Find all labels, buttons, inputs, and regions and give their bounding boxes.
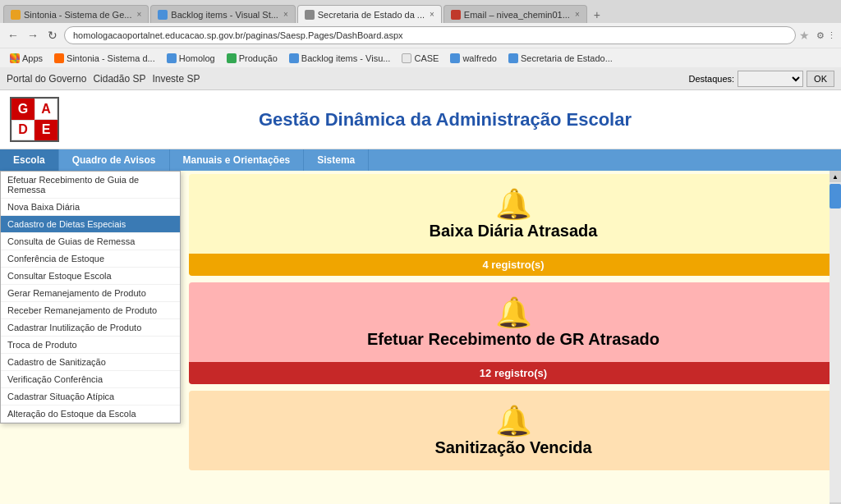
bookmark-homolog-label: Homolog: [179, 53, 215, 63]
tab-3-favicon: [305, 10, 315, 20]
scroll-area: [830, 182, 841, 502]
alert-recebimento-footer: 12 registro(s): [189, 362, 838, 384]
bookmark-backlog[interactable]: Backlog items - Visu...: [284, 52, 396, 65]
dropdown-dietas[interactable]: Cadastro de Dietas Especiais: [1, 216, 180, 233]
alert-baixa-title: Baixa Diária Atrasada: [430, 222, 598, 240]
alert-baixa-diaria[interactable]: 🔔 Baixa Diária Atrasada 4 registro(s): [189, 174, 838, 276]
sintonia-icon: [54, 53, 64, 63]
new-tab-button[interactable]: +: [589, 7, 605, 23]
scroll-up-button[interactable]: ▲: [830, 171, 841, 182]
dropdown-situacao[interactable]: Cadastrar Situação Atípica: [1, 388, 180, 405]
address-input[interactable]: [64, 26, 796, 44]
tab-1-favicon: [11, 10, 21, 20]
bookmark-secretaria-label: Secretaria de Estado...: [521, 53, 613, 63]
alert-sanitizacao-title: Sanitização Vencida: [434, 438, 591, 456]
apps-icon: [10, 53, 20, 63]
bookmark-walfredo[interactable]: walfredo: [445, 52, 502, 65]
app-title: Gestão Dinâmica da Administração Escolar: [59, 109, 831, 131]
highlights-label: Destaques:: [688, 74, 734, 84]
bookmark-homolog[interactable]: Homolog: [162, 52, 220, 65]
dropdown-gerar-remanejamento[interactable]: Gerar Remanejamento de Produto: [1, 285, 180, 302]
nav-portal[interactable]: Portal do Governo: [7, 73, 86, 85]
alert-baixa-footer: 4 registro(s): [189, 254, 838, 276]
app-logo: G A D E: [10, 97, 59, 142]
main-content: G A D E Gestão Dinâmica da Administração…: [0, 90, 841, 504]
dropdown-conferencia[interactable]: Conferência de Estoque: [1, 250, 180, 268]
scroll-thumb[interactable]: [830, 184, 841, 208]
dropdown-troca[interactable]: Troca de Produto: [1, 337, 180, 354]
alert-recebimento-bell-icon: 🔔: [202, 296, 825, 330]
tab-4-label: Email – nivea_chemin01...: [464, 10, 570, 20]
backlog-icon: [289, 53, 299, 63]
tab-3[interactable]: Secretaria de Estado da ... ×: [297, 5, 442, 23]
escola-dropdown: Efetuar Recebimento de Guia de Remessa N…: [0, 171, 181, 424]
nav-cidadao[interactable]: Cidadão SP: [93, 73, 145, 85]
alert-recebimento-title: Efetuar Recebimento de GR Atrasado: [367, 330, 659, 348]
bookmark-star-button[interactable]: ★: [799, 29, 810, 42]
bookmark-apps-label: Apps: [22, 53, 43, 63]
alert-recebimento-gr[interactable]: 🔔 Efetuar Recebimento de GR Atrasado 12 …: [189, 282, 838, 384]
bookmark-walfredo-label: walfredo: [462, 53, 497, 63]
tab-4-close[interactable]: ×: [575, 10, 580, 19]
menu-quadro[interactable]: Quadro de Avisos: [59, 149, 170, 171]
highlights-area: Destaques: OK: [688, 71, 834, 87]
tab-2-favicon: [158, 10, 168, 20]
tab-4[interactable]: Email – nivea_chemin01... ×: [443, 5, 587, 23]
logo-d: D: [11, 120, 34, 141]
bookmark-case-label: CASE: [414, 53, 439, 63]
alert-sanitizacao[interactable]: 🔔 Sanitização Vencida: [189, 391, 838, 470]
tab-2-close[interactable]: ×: [283, 10, 288, 19]
highlights-select[interactable]: [738, 71, 803, 87]
tab-1-close[interactable]: ×: [136, 10, 141, 19]
extensions-area: ⚙ ⋮: [816, 30, 836, 41]
highlights-ok-button[interactable]: OK: [807, 71, 834, 87]
reload-button[interactable]: ↻: [44, 27, 61, 44]
bookmark-sintonia[interactable]: Sintonia - Sistema d...: [49, 52, 160, 65]
menu-manuais[interactable]: Manuais e Orientações: [170, 149, 305, 171]
dropdown-sanitizacao[interactable]: Cadastro de Sanitização: [1, 354, 180, 371]
address-bar-row: ← → ↻ ★ ⚙ ⋮: [0, 23, 841, 48]
bookmarks-bar: Apps Sintonia - Sistema d... Homolog Pro…: [0, 48, 841, 67]
bookmark-producao-label: Produção: [239, 53, 278, 63]
app-header: G A D E Gestão Dinâmica da Administração…: [0, 90, 841, 149]
dropdown-baixa[interactable]: Nova Baixa Diária: [1, 199, 180, 216]
dropdown-consulta-guias[interactable]: Consulta de Guias de Remessa: [1, 233, 180, 250]
bookmark-sintonia-label: Sintonia - Sistema d...: [67, 53, 155, 63]
forward-button[interactable]: →: [25, 27, 41, 44]
menu-escola[interactable]: Escola: [0, 149, 59, 171]
dropdown-recebimento[interactable]: Efetuar Recebimento de Guia de Remessa: [1, 172, 180, 199]
tab-2[interactable]: Backlog items - Visual St... ×: [150, 5, 295, 23]
alerts-container: 🔔 Baixa Diária Atrasada 4 registro(s) 🔔 …: [189, 171, 841, 504]
bookmark-secretaria[interactable]: Secretaria de Estado...: [503, 52, 618, 65]
alert-baixa-bell-icon: 🔔: [202, 187, 825, 222]
scrollbar-track: ▲ ▼: [830, 171, 841, 504]
alert-sanitizacao-body: 🔔 Sanitização Vencida: [189, 391, 838, 470]
bookmark-producao[interactable]: Produção: [222, 52, 283, 65]
nav-links-bar: Portal do Governo Cidadão SP Investe SP …: [0, 67, 841, 90]
tab-bar: Sintonia - Sistema de Ge... × Backlog it…: [0, 0, 841, 23]
tab-4-favicon: [451, 10, 461, 20]
logo-g: G: [11, 99, 34, 120]
back-button[interactable]: ←: [5, 27, 21, 44]
alert-sanitizacao-bell-icon: 🔔: [202, 404, 825, 438]
dropdown-consultar-estoque[interactable]: Consultar Estoque Escola: [1, 268, 180, 285]
dropdown-inutilizacao[interactable]: Cadastrar Inutilização de Produto: [1, 319, 180, 337]
content-area: Efetuar Recebimento de Guia de Remessa N…: [0, 171, 841, 504]
bookmark-apps[interactable]: Apps: [5, 52, 48, 65]
dropdown-receber-remanejamento[interactable]: Receber Remanejamento de Produto: [1, 302, 180, 319]
tab-2-label: Backlog items - Visual St...: [171, 10, 278, 20]
logo-e: E: [34, 120, 57, 141]
tab-3-close[interactable]: ×: [430, 10, 434, 19]
dropdown-alteracao[interactable]: Alteração do Estoque da Escola: [1, 405, 180, 423]
alert-baixa-body: 🔔 Baixa Diária Atrasada: [189, 174, 838, 254]
tab-1-label: Sintonia - Sistema de Ge...: [24, 10, 131, 20]
menu-sistema[interactable]: Sistema: [304, 149, 369, 171]
menu-bar: Escola Quadro de Avisos Manuais e Orient…: [0, 149, 841, 171]
producao-icon: [227, 53, 237, 63]
dropdown-verificacao[interactable]: Verificação Conferência: [1, 371, 180, 388]
bookmark-case[interactable]: CASE: [397, 52, 443, 65]
bookmark-backlog-label: Backlog items - Visu...: [301, 53, 391, 63]
nav-investe[interactable]: Investe SP: [152, 73, 200, 85]
tab-1[interactable]: Sintonia - Sistema de Ge... ×: [3, 5, 149, 23]
homolog-icon: [167, 53, 177, 63]
